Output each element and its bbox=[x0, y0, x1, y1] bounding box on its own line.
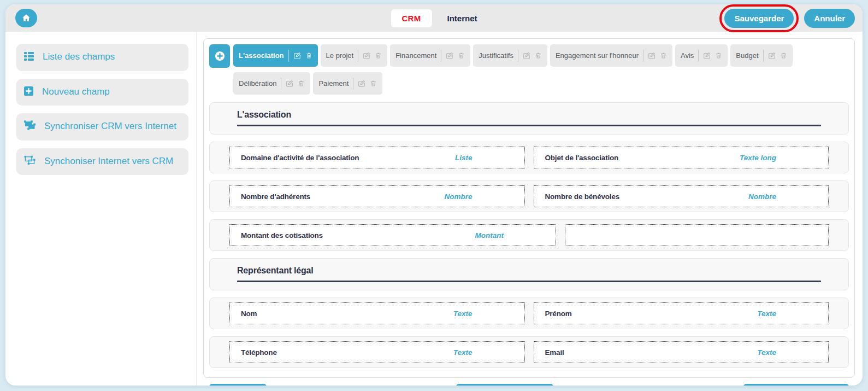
save-button[interactable]: Sauvegarder bbox=[724, 9, 794, 28]
field-montant-cotisations[interactable]: Montant des cotisations Montant bbox=[229, 224, 556, 246]
tab-separator bbox=[281, 78, 281, 90]
trash-icon[interactable] bbox=[458, 52, 465, 59]
plus-circle-icon bbox=[215, 51, 225, 61]
sidebar-item-label: Synchoniser Internet vers CRM bbox=[44, 156, 173, 166]
builder-tab-budget[interactable]: Budget bbox=[730, 44, 792, 67]
field-nombre-adherents[interactable]: Nombre d'adhérents Nombre bbox=[229, 185, 525, 207]
body: Liste des champs Nouveau champ Synchroni… bbox=[5, 32, 863, 386]
trash-icon[interactable] bbox=[535, 52, 542, 59]
edit-icon[interactable] bbox=[293, 52, 301, 60]
field-nombre-benevoles[interactable]: Nombre de bénévoles Nombre bbox=[534, 185, 829, 207]
field-label: Nom bbox=[241, 310, 257, 318]
builder-tab-le-projet[interactable]: Le projet bbox=[321, 44, 388, 67]
field-domaine-activite[interactable]: Domaine d'activité de l'association List… bbox=[229, 147, 525, 168]
section-divider bbox=[237, 281, 821, 282]
section-title: Représentant légal bbox=[237, 266, 821, 276]
sidebar-item-label: Nouveau champ bbox=[42, 86, 110, 97]
tab-label: Financement bbox=[395, 51, 436, 60]
object-group-icon bbox=[24, 120, 36, 135]
trash-icon[interactable] bbox=[305, 52, 312, 59]
add-tab-button[interactable] bbox=[209, 44, 230, 68]
sidebar-item-liste-des-champs[interactable]: Liste des champs bbox=[16, 44, 188, 71]
builder-tab-deliberation[interactable]: Délibération bbox=[233, 72, 310, 95]
field-row: Nom Texte Prénom Texte bbox=[209, 297, 849, 329]
tab-label: Engagement sur l'honneur bbox=[556, 51, 639, 60]
save-highlight-annotation: Sauvegarder bbox=[719, 4, 799, 32]
field-email[interactable]: Email Texte bbox=[534, 341, 829, 363]
edit-icon[interactable] bbox=[523, 52, 530, 60]
field-row: Montant des cotisations Montant bbox=[209, 219, 849, 251]
builder-tab-avis[interactable]: Avis bbox=[675, 44, 728, 67]
trash-icon[interactable] bbox=[375, 52, 382, 59]
sidebar-item-label: Synchroniser CRM vers Internet bbox=[44, 121, 176, 131]
edit-icon[interactable] bbox=[358, 80, 365, 87]
add-two-columns-row-button[interactable]: Ligne, deux colonnes bbox=[743, 384, 849, 386]
trash-icon[interactable] bbox=[715, 52, 722, 59]
builder-tab-l-association[interactable]: L'association bbox=[233, 44, 318, 67]
sidebar-item-label: Liste des champs bbox=[43, 51, 115, 62]
tab-separator bbox=[763, 50, 764, 62]
edit-icon[interactable] bbox=[648, 52, 656, 60]
tab-internet[interactable]: Internet bbox=[447, 14, 477, 23]
field-row: Nombre d'adhérents Nombre Nombre de béné… bbox=[209, 180, 849, 212]
tab-label: L'association bbox=[239, 51, 284, 60]
field-label: Objet de l'association bbox=[545, 154, 619, 162]
field-label: Nombre d'adhérents bbox=[241, 192, 310, 201]
tab-label: Délibération bbox=[239, 79, 276, 87]
field-label: Email bbox=[545, 348, 564, 357]
add-section-button[interactable]: Section bbox=[209, 384, 267, 386]
field-type-badge: Texte bbox=[757, 348, 776, 357]
field-type-badge: Nombre bbox=[748, 192, 776, 201]
field-empty-slot[interactable] bbox=[565, 224, 829, 246]
edit-icon[interactable] bbox=[286, 80, 293, 87]
field-telephone[interactable]: Téléphone Texte bbox=[229, 341, 525, 363]
tab-label: Avis bbox=[681, 51, 694, 60]
builder-tab-justificatifs[interactable]: Justificatifs bbox=[473, 44, 547, 67]
field-label: Nombre de bénévoles bbox=[545, 192, 620, 201]
object-ungroup-icon bbox=[24, 155, 36, 170]
cancel-button[interactable]: Annuler bbox=[804, 9, 855, 28]
edit-icon[interactable] bbox=[703, 52, 711, 60]
sidebar-item-sync-internet-vers-crm[interactable]: Synchoniser Internet vers CRM bbox=[16, 148, 188, 176]
field-type-badge: Liste bbox=[455, 154, 473, 162]
section-header[interactable]: L'association bbox=[209, 102, 849, 135]
field-objet-association[interactable]: Objet de l'association Texte long bbox=[534, 147, 829, 168]
tab-separator bbox=[518, 50, 518, 62]
field-row: Domaine d'activité de l'association List… bbox=[209, 142, 849, 173]
home-button[interactable] bbox=[15, 9, 37, 27]
tab-label: Budget bbox=[736, 51, 758, 60]
field-type-badge: Texte bbox=[453, 310, 473, 318]
builder-tabs: L'association Le projet Financement Just… bbox=[233, 44, 849, 95]
trash-icon[interactable] bbox=[298, 80, 305, 87]
builder-tabs-row: L'association Le projet Financement Just… bbox=[209, 44, 849, 95]
tab-label: Paiement bbox=[318, 79, 349, 87]
section-title: L'association bbox=[237, 110, 821, 120]
form-builder-panel: L'association Le projet Financement Just… bbox=[203, 38, 855, 378]
field-type-badge: Texte bbox=[757, 310, 776, 318]
builder-tab-engagement-sur-l-honneur[interactable]: Engagement sur l'honneur bbox=[550, 44, 672, 67]
field-nom[interactable]: Nom Texte bbox=[229, 302, 525, 324]
trash-icon[interactable] bbox=[370, 80, 377, 87]
sidebar-item-sync-crm-vers-internet[interactable]: Synchroniser CRM vers Internet bbox=[16, 113, 188, 141]
field-type-badge: Nombre bbox=[444, 192, 472, 201]
section-header[interactable]: Représentant légal bbox=[209, 258, 849, 290]
section-divider bbox=[237, 125, 821, 126]
add-one-column-row-button[interactable]: Ligne, une colonne bbox=[456, 384, 553, 386]
sidebar-item-nouveau-champ[interactable]: Nouveau champ bbox=[16, 79, 188, 106]
edit-icon[interactable] bbox=[768, 52, 776, 60]
builder-tab-financement[interactable]: Financement bbox=[390, 44, 470, 67]
trash-icon[interactable] bbox=[780, 52, 787, 59]
field-type-badge: Texte long bbox=[740, 154, 776, 162]
trash-icon[interactable] bbox=[660, 52, 667, 59]
tab-crm[interactable]: CRM bbox=[391, 9, 432, 27]
tab-separator bbox=[288, 50, 289, 62]
field-row: Téléphone Texte Email Texte bbox=[209, 336, 849, 368]
app-window: CRM Internet Sauvegarder Annuler Liste d… bbox=[5, 4, 863, 386]
field-prenom[interactable]: Prénom Texte bbox=[534, 302, 829, 324]
edit-icon[interactable] bbox=[446, 52, 453, 60]
field-label: Prénom bbox=[545, 310, 572, 318]
edit-icon[interactable] bbox=[363, 52, 370, 60]
builder-tab-paiement[interactable]: Paiement bbox=[313, 72, 382, 95]
list-icon bbox=[24, 51, 34, 65]
top-bar: CRM Internet Sauvegarder Annuler bbox=[5, 4, 863, 32]
